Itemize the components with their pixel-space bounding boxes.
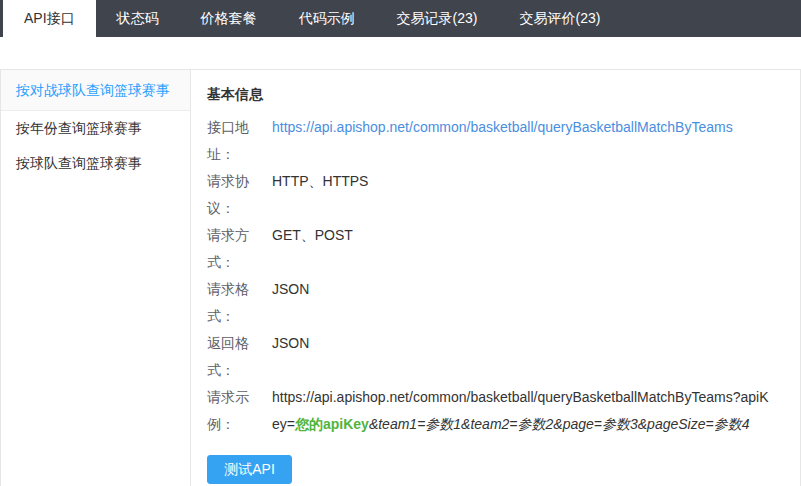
field-label-api-url: 接口地址： <box>207 114 253 168</box>
field-value-api-url: https://api.apishop.net/common/basketbal… <box>272 114 775 141</box>
field-value-request-method: GET、POST <box>272 222 775 249</box>
section-title-basic-info: 基本信息 <box>207 86 775 102</box>
test-api-button[interactable]: 测试API <box>207 455 292 484</box>
sidebar-item-query-by-team[interactable]: 按球队查询篮球赛事 <box>1 146 190 181</box>
field-request-protocol: 请求协议： HTTP、HTTPS <box>207 168 775 222</box>
tab-status-codes[interactable]: 状态码 <box>96 0 180 37</box>
field-api-url: 接口地址： https://api.apishop.net/common/bas… <box>207 114 775 168</box>
api-url-link[interactable]: https://api.apishop.net/common/basketbal… <box>272 119 733 135</box>
field-value-request-example: https://api.apishop.net/common/basketbal… <box>272 384 775 438</box>
example-params-suffix: &team1=参数1&team2=参数2&page=参数3&pageSize=参… <box>369 416 750 432</box>
field-request-method: 请求方式： GET、POST <box>207 222 775 276</box>
field-request-example: 请求示例： https://api.apishop.net/common/bas… <box>207 384 775 438</box>
example-apikey-highlight: 您的apiKey <box>295 416 369 432</box>
field-response-format: 返回格式： JSON <box>207 330 775 384</box>
tab-code-samples[interactable]: 代码示例 <box>278 0 376 37</box>
field-request-format: 请求格式： JSON <box>207 276 775 330</box>
content-box: 按对战球队查询篮球赛事 按年份查询篮球赛事 按球队查询篮球赛事 基本信息 接口地… <box>0 69 801 486</box>
sidebar-item-query-by-year[interactable]: 按年份查询篮球赛事 <box>1 111 190 146</box>
tab-pricing-packages[interactable]: 价格套餐 <box>180 0 278 37</box>
field-label-response-format: 返回格式： <box>207 330 253 384</box>
main-panel: 基本信息 接口地址： https://api.apishop.net/commo… <box>191 70 800 486</box>
tab-transaction-records[interactable]: 交易记录(23) <box>376 0 499 37</box>
field-value-response-format: JSON <box>272 330 775 357</box>
field-label-request-protocol: 请求协议： <box>207 168 253 222</box>
sidebar-api-list: 按对战球队查询篮球赛事 按年份查询篮球赛事 按球队查询篮球赛事 <box>1 70 191 486</box>
tab-transaction-reviews[interactable]: 交易评价(23) <box>498 0 621 37</box>
tab-api-interface[interactable]: API接口 <box>3 0 96 37</box>
tab-bar: API接口 状态码 价格套餐 代码示例 交易记录(23) 交易评价(23) <box>0 0 801 37</box>
field-label-request-example: 请求示例： <box>207 384 253 438</box>
field-value-request-format: JSON <box>272 276 775 303</box>
field-value-request-protocol: HTTP、HTTPS <box>272 168 775 195</box>
field-label-request-method: 请求方式： <box>207 222 253 276</box>
field-label-request-format: 请求格式： <box>207 276 253 330</box>
sidebar-item-query-by-opposing-teams[interactable]: 按对战球队查询篮球赛事 <box>1 70 190 111</box>
